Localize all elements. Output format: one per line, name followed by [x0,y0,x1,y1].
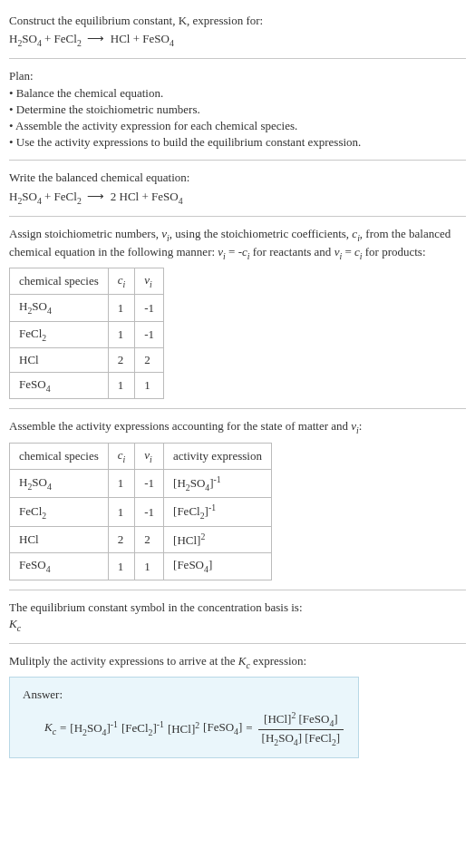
species-cell: FeCl2 [10,321,109,347]
plan-title: Plan: [9,68,466,84]
divider [9,590,466,590]
assign-block: Assign stoichiometric numbers, νi, using… [9,220,466,405]
balanced-equation: H2SO4 + FeCl2 ⟶ 2 HCl + FeSO4 [9,189,466,207]
vi-cell: -1 [135,498,164,527]
activity-cell: [FeSO4] [164,553,272,580]
multiply-block: Mulitply the activity expressions to arr… [9,648,466,764]
balanced-block: Write the balanced chemical equation: H2… [9,164,466,211]
assign-text: Assign stoichiometric numbers, νi, using… [9,226,466,262]
species-cell: FeCl2 [10,498,109,527]
ci-cell: 1 [108,553,135,580]
plan-bullet: • Assemble the activity expression for e… [9,118,466,134]
ci-cell: 2 [108,347,135,372]
divider [9,58,466,59]
table-header-row: chemical species ci νi [10,268,164,295]
plan-bullet: • Use the activity expressions to build … [9,134,466,151]
stoich-table: chemical species ci νi H2SO4 1 -1 FeCl2 … [9,268,164,399]
table-row: H2SO4 1 -1 [H2SO4]-1 [10,469,272,498]
kc-symbol-block: The equilibrium constant symbol in the c… [9,594,466,639]
activity-block: Assemble the activity expressions accoun… [9,413,466,585]
ci-cell: 1 [108,321,135,347]
vi-cell: -1 [135,469,164,498]
ci-cell: 1 [108,373,135,399]
table-row: FeCl2 1 -1 [FeCl2]-1 [10,498,272,527]
vi-cell: 2 [135,526,164,553]
vi-cell: 1 [135,373,164,399]
divider [9,160,466,161]
species-cell: HCl [10,347,109,372]
header-equation: H2SO4 + FeCl2 ⟶ HCl + FeSO4 [9,31,466,49]
answer-box: Answer: Kc = [H2SO4]-1 [FeCl2]-1 [HCl]2 … [9,677,359,758]
ci-cell: 1 [108,498,135,527]
plan-bullet: • Determine the stoichiometric numbers. [9,102,466,118]
ci-cell: 2 [108,526,135,553]
vi-cell: -1 [135,321,164,347]
divider [9,216,466,217]
species-cell: H2SO4 [10,295,109,321]
kc-fraction: [HCl]2 [FeSO4] [H2SO4] [FeCl2] [258,709,344,749]
table-row: H2SO4 1 -1 [10,295,164,321]
col-vi: νi [135,268,164,295]
activity-cell: [FeCl2]-1 [164,498,272,527]
col-activity: activity expression [164,443,272,469]
table-row: FeSO4 1 1 [10,373,164,399]
activity-cell: [H2SO4]-1 [164,469,272,498]
table-row: FeSO4 1 1 [FeSO4] [10,553,272,580]
col-species: chemical species [10,443,109,469]
assemble-text: Assemble the activity expressions accoun… [9,418,466,436]
kc-expression: Kc = [H2SO4]-1 [FeCl2]-1 [HCl]2 [FeSO4] … [23,709,345,749]
header-block: Construct the equilibrium constant, K, e… [9,7,466,54]
plan-bullet: • Balance the chemical equation. [9,85,466,102]
table-header-row: chemical species ci νi activity expressi… [10,443,272,469]
multiply-text: Mulitply the activity expressions to arr… [9,653,466,671]
kc-symbol-label: The equilibrium constant symbol in the c… [9,600,466,616]
balanced-label: Write the balanced chemical equation: [9,170,466,186]
table-row: HCl 2 2 [HCl]2 [10,526,272,553]
species-cell: FeSO4 [10,553,109,580]
kc-symbol: Kc [9,616,466,634]
species-cell: H2SO4 [10,469,109,498]
ci-cell: 1 [108,295,135,321]
col-species: chemical species [10,268,109,295]
col-vi: νi [135,443,164,469]
species-cell: HCl [10,526,109,553]
table-row: HCl 2 2 [10,347,164,372]
ci-cell: 1 [108,469,135,498]
vi-cell: 2 [135,347,164,372]
table-row: FeCl2 1 -1 [10,321,164,347]
header-line1: Construct the equilibrium constant, K, e… [9,13,466,29]
activity-table: chemical species ci νi activity expressi… [9,443,272,580]
vi-cell: 1 [135,553,164,580]
answer-label: Answer: [23,687,345,703]
col-ci: ci [108,443,135,469]
vi-cell: -1 [135,295,164,321]
activity-cell: [HCl]2 [164,526,272,553]
plan-block: Plan: • Balance the chemical equation. •… [9,63,466,156]
col-ci: ci [108,268,135,295]
divider [9,643,466,644]
species-cell: FeSO4 [10,373,109,399]
divider [9,408,466,409]
